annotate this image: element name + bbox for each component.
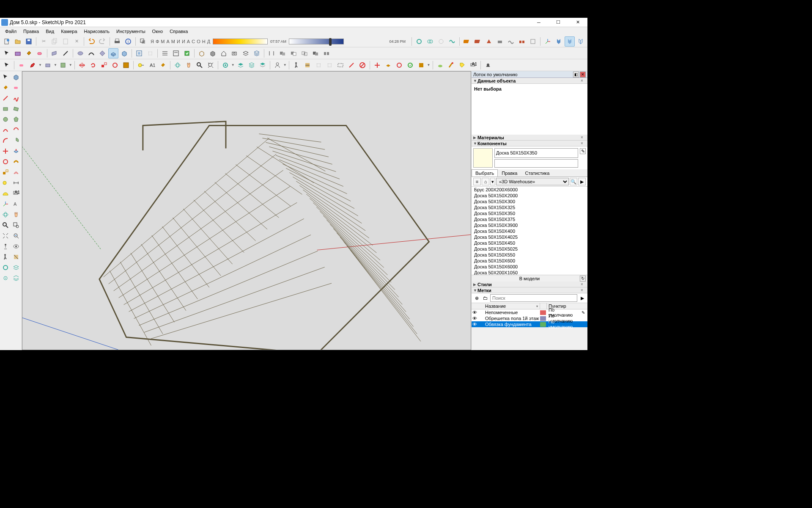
select-tool-icon[interactable] <box>2 48 12 58</box>
print-icon[interactable] <box>112 36 122 47</box>
copy-icon[interactable] <box>49 36 60 47</box>
view-hidden-icon[interactable] <box>576 36 586 47</box>
open-file-icon[interactable] <box>13 36 23 47</box>
move-icon[interactable] <box>77 60 87 70</box>
col-name[interactable]: Название▾ <box>483 303 540 309</box>
zoom-icon[interactable] <box>195 60 205 70</box>
settings-gear-icon[interactable] <box>220 60 230 70</box>
lt-pushpull-icon[interactable] <box>11 146 21 156</box>
component-list-item[interactable]: Доска 50X150X3900 <box>472 222 587 228</box>
lt-layers-icon[interactable] <box>11 262 21 272</box>
maximize-button[interactable]: ☐ <box>549 18 568 27</box>
lt-scale-icon[interactable] <box>1 167 11 177</box>
lt-arc3-icon[interactable] <box>1 135 11 145</box>
comp-search-icon[interactable]: 🔍 <box>570 178 577 185</box>
lt-move-icon[interactable] <box>1 146 11 156</box>
lt-line-icon[interactable] <box>1 93 11 103</box>
component-list[interactable]: Брус 200X200X6000Доска 50X150X2000Доска … <box>472 187 587 275</box>
3d-box-icon[interactable] <box>197 48 207 58</box>
house-icon[interactable] <box>219 48 229 58</box>
shape-icon[interactable] <box>43 60 53 70</box>
rotate-icon[interactable] <box>110 60 120 70</box>
close-button[interactable]: ✕ <box>568 18 587 27</box>
component-list-item[interactable]: Доска 50X150X300 <box>472 199 587 204</box>
sandbox-3-icon[interactable] <box>484 36 494 47</box>
delete-icon[interactable]: ✕ <box>71 36 82 47</box>
lt-prev-icon[interactable] <box>11 231 21 240</box>
select-icon[interactable] <box>2 60 12 70</box>
menu-window[interactable]: Окно <box>149 28 167 35</box>
undo-icon[interactable] <box>86 36 96 47</box>
eraser2-icon[interactable] <box>16 60 27 70</box>
lt-freehand-icon[interactable] <box>11 93 21 103</box>
dim-separator-icon[interactable] <box>266 48 277 58</box>
lt-gear2-icon[interactable] <box>1 273 11 283</box>
layers2-icon[interactable] <box>252 48 262 58</box>
lt-3dtext-icon[interactable]: A <box>11 199 21 209</box>
lt-position-icon[interactable] <box>1 241 11 251</box>
label-icon[interactable]: A1 <box>468 60 478 70</box>
extension-icon[interactable] <box>182 48 192 58</box>
comp-home-icon[interactable]: ⌂ <box>482 178 489 185</box>
solid-trim-icon[interactable] <box>310 48 321 58</box>
component-list-item[interactable]: Брус 200X200X6000 <box>472 187 587 193</box>
sandbox-4-icon[interactable] <box>495 36 505 47</box>
lt-eraser-icon[interactable] <box>11 83 21 92</box>
pencil-icon[interactable]: ✎ <box>582 310 587 315</box>
lt-paint-icon[interactable] <box>1 83 11 92</box>
section2-icon[interactable]: ⬚ <box>313 60 324 70</box>
lt-rotate-icon[interactable] <box>1 157 11 166</box>
lt-orbit-icon[interactable] <box>1 210 11 219</box>
shadows-icon[interactable] <box>138 36 148 47</box>
component-list-item[interactable]: Доска 50X150X2000 <box>472 193 587 199</box>
lt-offset-icon[interactable] <box>11 167 21 177</box>
entity-info-icon[interactable] <box>171 48 181 58</box>
tag-row[interactable]: 👁 Обвязка фундамента По умолчанию <box>472 321 587 327</box>
tag-color-swatch[interactable] <box>540 322 546 327</box>
gold-box-icon[interactable] <box>416 60 426 70</box>
section-materials-header[interactable]: ▶Материалы× <box>472 135 587 141</box>
orbit-icon[interactable] <box>173 60 183 70</box>
component-name-input[interactable] <box>494 148 578 158</box>
paint-bucket-icon[interactable] <box>24 48 34 58</box>
lt-tape-icon[interactable] <box>1 178 11 188</box>
lt-look-icon[interactable] <box>11 241 21 251</box>
pan-icon[interactable] <box>184 60 194 70</box>
sandbox-2-icon[interactable] <box>473 36 483 47</box>
person-icon[interactable] <box>272 60 283 70</box>
section4-icon[interactable] <box>335 60 346 70</box>
add-tag-icon[interactable]: ⊕ <box>473 295 480 301</box>
zoom-extents-icon[interactable] <box>206 60 216 70</box>
lt-zoomext-icon[interactable] <box>1 231 11 240</box>
tab-select[interactable]: Выбрать <box>472 169 498 177</box>
lt-followme-icon[interactable] <box>11 157 21 166</box>
tab-edit[interactable]: Правка <box>498 169 521 177</box>
comp-list-view-icon[interactable]: ≡ <box>473 178 481 185</box>
section-components-header[interactable]: ▼Компоненты× <box>472 141 587 146</box>
rotate-small-icon[interactable] <box>88 60 98 70</box>
tab-stats[interactable]: Статистика <box>521 169 553 177</box>
lt-zoom-icon[interactable] <box>1 220 11 230</box>
section-close-icon[interactable]: × <box>581 78 586 83</box>
redo-icon[interactable] <box>97 36 107 47</box>
solid-tools-4-icon[interactable] <box>447 36 457 47</box>
tags-menu-icon[interactable]: ▶ <box>579 295 586 301</box>
menu-file[interactable]: Файл <box>2 28 20 35</box>
match-icon[interactable] <box>446 60 456 70</box>
lt-gear-icon[interactable] <box>1 262 11 272</box>
lt-select-icon[interactable] <box>1 72 11 82</box>
component-list-item[interactable]: Доска 50X150X5025 <box>472 246 587 252</box>
section3-icon[interactable]: ⬚ <box>324 60 335 70</box>
spray-icon[interactable] <box>435 60 445 70</box>
visibility-icon[interactable]: 👁 <box>472 322 477 327</box>
red-move-icon[interactable] <box>372 60 382 70</box>
sandbox-1-icon[interactable] <box>462 36 472 47</box>
lt-pie-icon[interactable] <box>11 135 21 145</box>
offset-icon[interactable] <box>134 48 144 58</box>
refresh-icon[interactable]: ↻ <box>580 276 586 282</box>
text-icon[interactable]: A1 <box>147 60 157 70</box>
solid-tools-3-icon[interactable] <box>436 36 446 47</box>
component-edit-icon[interactable]: ✎ <box>580 148 586 154</box>
axes-icon[interactable] <box>543 36 553 47</box>
tape-icon[interactable] <box>136 60 146 70</box>
